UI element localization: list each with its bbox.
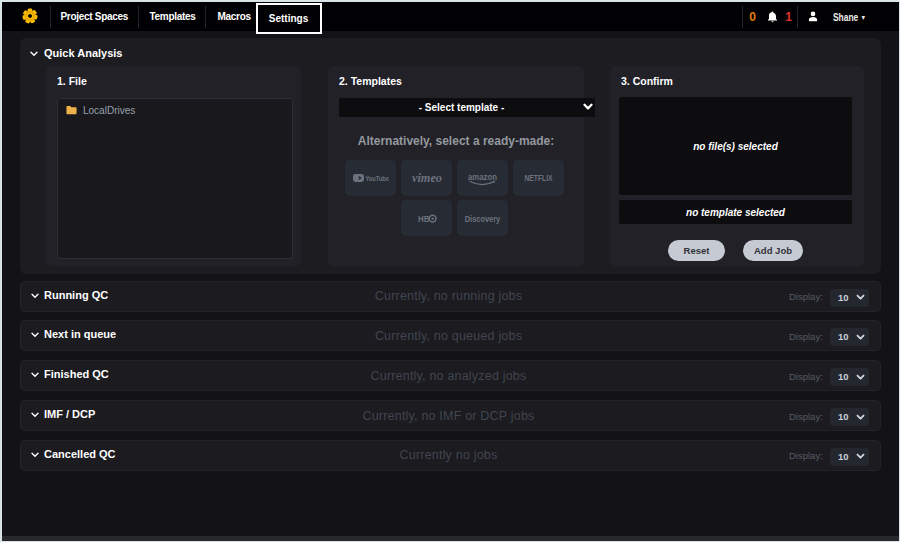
svg-text:YouTube: YouTube	[366, 174, 390, 183]
svg-text:amazon: amazon	[468, 172, 497, 182]
svg-text:NETFLIX: NETFLIX	[525, 172, 553, 183]
svg-text:vimeo: vimeo	[412, 171, 442, 185]
svg-text:HB: HB	[418, 213, 430, 224]
svg-text:Discovery: Discovery	[465, 214, 501, 224]
